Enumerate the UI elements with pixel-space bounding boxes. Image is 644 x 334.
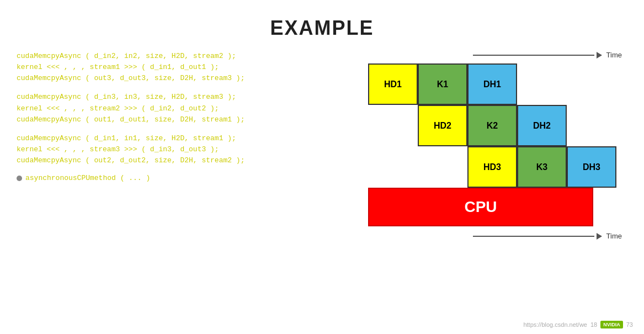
arrow-line-top bbox=[473, 55, 594, 56]
code-line: kernel <<< , , , stream1 >>> ( d_in1, d_… bbox=[17, 62, 352, 73]
footer-url: https://blog.csdn.net/we bbox=[523, 321, 587, 328]
time-axis-bottom: Time bbox=[363, 232, 627, 240]
code-line: kernel <<< , , , stream3 >>> ( d_in3, d_… bbox=[17, 144, 352, 155]
arrow-head-bottom bbox=[597, 233, 602, 240]
time-axis-top: Time bbox=[363, 51, 627, 59]
code-block-1: cudaMemcpyAsync ( d_in2, in2, size, H2D,… bbox=[17, 51, 352, 84]
code-line: cudaMemcpyAsync ( out2, d_out2, size, D2… bbox=[17, 155, 352, 166]
time-arrow-top: Time bbox=[473, 51, 622, 59]
arrow-line-bottom bbox=[473, 236, 594, 237]
code-line: cudaMemcpyAsync ( out1, d_out1, size, D2… bbox=[17, 114, 352, 125]
block-k3: K3 bbox=[517, 146, 567, 188]
block-hd3: HD3 bbox=[467, 146, 517, 188]
code-line: kernel <<< , , , stream2 >>> ( d_in2, d_… bbox=[17, 103, 352, 114]
code-block-3: cudaMemcpyAsync ( d_in1, in1, size, H2D,… bbox=[17, 133, 352, 166]
block-row-3: HD3 K3 DH3 bbox=[467, 146, 627, 188]
page-title: EXAMPLE bbox=[0, 0, 644, 40]
time-label-bottom: Time bbox=[606, 232, 622, 240]
diagram-section: Time HD1 K1 DH1 HD2 K2 DH2 HD3 bbox=[363, 51, 627, 240]
time-arrow-bottom: Time bbox=[473, 232, 622, 240]
code-line: cudaMemcpyAsync ( d_in2, in2, size, H2D,… bbox=[17, 51, 352, 62]
code-line: cudaMemcpyAsync ( d_in1, in1, size, H2D,… bbox=[17, 133, 352, 144]
block-row-2: HD2 K2 DH2 bbox=[418, 105, 627, 146]
code-line: cudaMemcpyAsync ( out3, d_out3, size, D2… bbox=[17, 73, 352, 84]
block-k2: K2 bbox=[467, 105, 517, 146]
block-hd2: HD2 bbox=[418, 105, 467, 146]
async-method-line: asynchronousCPUmethod ( ... ) bbox=[17, 174, 352, 182]
cpu-block: CPU bbox=[368, 188, 593, 226]
block-dh1: DH1 bbox=[467, 63, 517, 105]
block-k1: K1 bbox=[418, 63, 467, 105]
footer-page2: 73 bbox=[626, 321, 633, 328]
dot-icon bbox=[17, 176, 22, 181]
block-row-1: HD1 K1 DH1 bbox=[368, 63, 627, 105]
code-block-2: cudaMemcpyAsync ( d_in3, in3, size, H2D,… bbox=[17, 92, 352, 125]
block-dh3: DH3 bbox=[567, 146, 616, 188]
nvidia-logo: NVIDIA bbox=[600, 321, 623, 328]
block-hd1: HD1 bbox=[368, 63, 418, 105]
diagram-wrapper: HD1 K1 DH1 HD2 K2 DH2 HD3 K3 DH3 CPU bbox=[363, 63, 627, 226]
arrow-head-top bbox=[597, 52, 602, 59]
footer-page: 18 bbox=[590, 321, 597, 328]
async-method-text: asynchronousCPUmethod ( ... ) bbox=[25, 174, 150, 182]
blocks-container: HD1 K1 DH1 HD2 K2 DH2 HD3 K3 DH3 CPU bbox=[368, 63, 627, 226]
footer: https://blog.csdn.net/we 18 NVIDIA 73 bbox=[523, 321, 633, 328]
code-section: cudaMemcpyAsync ( d_in2, in2, size, H2D,… bbox=[17, 51, 363, 240]
block-dh2: DH2 bbox=[517, 105, 567, 146]
code-line: cudaMemcpyAsync ( d_in3, in3, size, H2D,… bbox=[17, 92, 352, 103]
time-label-top: Time bbox=[606, 51, 622, 59]
